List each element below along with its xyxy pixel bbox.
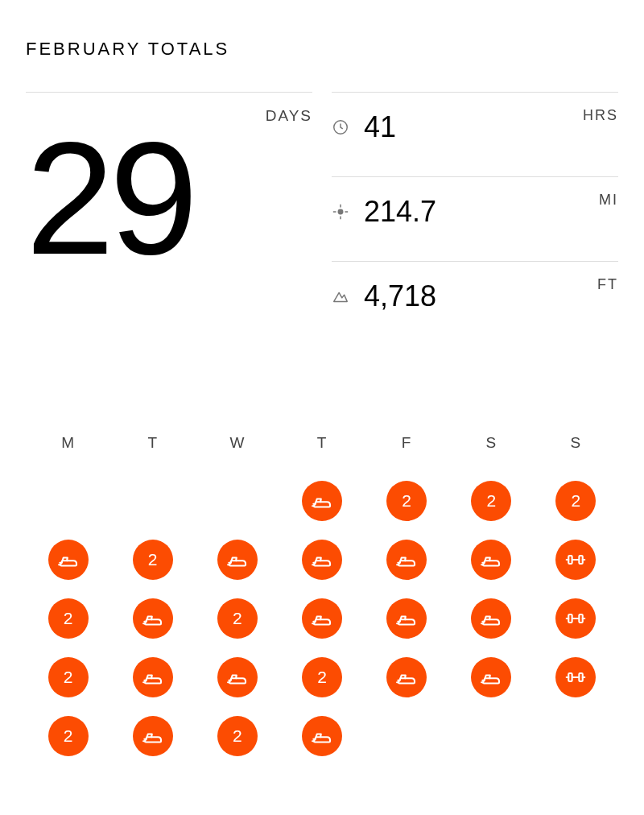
stats-section: DAYS 29 41 HRS 214.7 MI xyxy=(26,92,618,329)
activity-count: 2 xyxy=(572,491,581,511)
activity-count: 2 xyxy=(486,491,496,511)
activity-count: 2 xyxy=(64,668,73,687)
svg-point-1 xyxy=(338,209,343,214)
metrics-panel: 41 HRS 214.7 MI 4,718 FT xyxy=(332,92,618,329)
metric-distance-value: 214.7 xyxy=(364,195,436,229)
calendar-cell[interactable] xyxy=(133,657,173,697)
run-icon xyxy=(310,489,334,513)
run-icon xyxy=(479,548,503,572)
weight-icon xyxy=(564,548,588,572)
run-icon xyxy=(225,548,250,572)
day-header: M xyxy=(61,434,75,452)
calendar-cell[interactable]: 2 xyxy=(555,481,596,521)
days-value: 29 xyxy=(26,131,312,267)
run-icon xyxy=(141,665,165,689)
calendar-cell[interactable] xyxy=(302,598,342,639)
calendar-cell[interactable] xyxy=(555,598,596,639)
run-icon xyxy=(141,724,165,748)
calendar-cell[interactable]: 2 xyxy=(48,716,89,756)
calendar-empty xyxy=(133,481,173,521)
calendar-cell[interactable]: 2 xyxy=(48,657,89,697)
page-title: FEBRUARY TOTALS xyxy=(26,39,618,60)
metric-elevation-unit: FT xyxy=(597,276,618,293)
run-icon xyxy=(56,548,80,572)
calendar-cell[interactable] xyxy=(302,481,342,521)
run-icon xyxy=(141,606,165,631)
calendar-cell[interactable]: 2 xyxy=(217,598,258,639)
run-icon xyxy=(225,665,250,689)
calendar-empty xyxy=(48,481,89,521)
day-header: S xyxy=(571,434,582,452)
calendar-cell[interactable]: 2 xyxy=(48,598,89,639)
day-header: W xyxy=(229,434,245,452)
calendar-cell[interactable] xyxy=(302,540,342,580)
run-icon xyxy=(479,606,503,631)
calendar-cell[interactable] xyxy=(471,540,511,580)
calendar-cell[interactable]: 2 xyxy=(386,481,427,521)
metric-hours-value: 41 xyxy=(364,110,396,144)
day-header: T xyxy=(147,434,158,452)
calendar-cell[interactable] xyxy=(386,657,427,697)
calendar-cell[interactable]: 2 xyxy=(133,540,173,580)
metric-hours-unit: HRS xyxy=(583,107,618,124)
calendar-empty xyxy=(217,481,258,521)
calendar-cell[interactable] xyxy=(302,716,342,756)
target-icon xyxy=(332,203,349,221)
day-header: T xyxy=(317,434,328,452)
calendar-cell[interactable] xyxy=(555,540,596,580)
calendar-cell[interactable] xyxy=(217,540,258,580)
activity-count: 2 xyxy=(64,609,73,628)
calendar-cell[interactable]: 2 xyxy=(217,716,258,756)
day-header: F xyxy=(402,434,412,452)
run-icon xyxy=(310,606,334,631)
calendar-cell[interactable] xyxy=(471,598,511,639)
weight-icon xyxy=(564,665,588,689)
calendar-cell[interactable]: 2 xyxy=(302,657,342,697)
calendar-empty xyxy=(471,716,511,756)
calendar-cell[interactable]: 2 xyxy=(471,481,511,521)
run-icon xyxy=(479,665,503,689)
metric-distance: 214.7 MI xyxy=(332,176,618,261)
calendar-cell[interactable] xyxy=(133,716,173,756)
run-icon xyxy=(394,548,419,572)
run-icon xyxy=(310,548,334,572)
days-panel: DAYS 29 xyxy=(26,92,312,329)
calendar-cell[interactable] xyxy=(386,598,427,639)
calendar-cell[interactable] xyxy=(471,657,511,697)
metric-distance-unit: MI xyxy=(599,192,618,209)
activity-calendar: MTWTFSS2222222222 xyxy=(26,434,618,775)
run-icon xyxy=(394,665,419,689)
activity-count: 2 xyxy=(317,668,327,687)
activity-count: 2 xyxy=(233,726,242,746)
weight-icon xyxy=(564,606,588,631)
activity-count: 2 xyxy=(148,550,158,569)
mountain-icon xyxy=(332,288,349,305)
calendar-empty xyxy=(386,716,427,756)
calendar-cell[interactable] xyxy=(217,657,258,697)
day-header: S xyxy=(485,434,497,452)
calendar-cell[interactable] xyxy=(555,657,596,697)
activity-count: 2 xyxy=(402,491,411,511)
activity-count: 2 xyxy=(64,726,73,746)
calendar-cell[interactable] xyxy=(48,540,89,580)
calendar-cell[interactable] xyxy=(386,540,427,580)
run-icon xyxy=(394,606,419,631)
metric-hours: 41 HRS xyxy=(332,92,618,176)
run-icon xyxy=(310,724,334,748)
calendar-cell[interactable] xyxy=(133,598,173,639)
activity-count: 2 xyxy=(233,609,242,628)
clock-icon xyxy=(332,118,349,136)
metric-elevation-value: 4,718 xyxy=(364,279,436,313)
calendar-empty xyxy=(555,716,596,756)
metric-elevation: 4,718 FT xyxy=(332,261,618,329)
